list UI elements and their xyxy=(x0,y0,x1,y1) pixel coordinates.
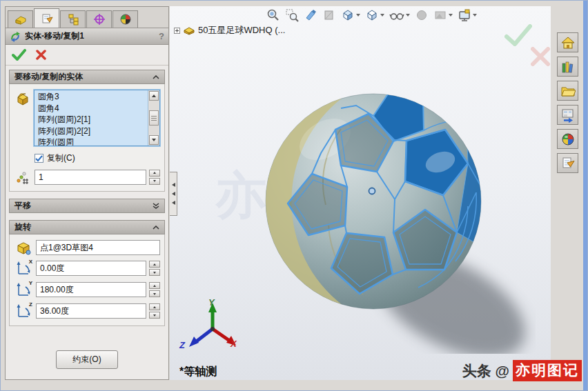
triad-y-label: Y xyxy=(208,297,215,308)
list-item[interactable]: 圆角4 xyxy=(38,103,148,114)
spin-up-button[interactable] xyxy=(149,170,160,177)
confirm-row xyxy=(6,45,168,66)
task-pane-appearances-button[interactable] xyxy=(557,129,578,149)
list-item[interactable]: 阵列(圆周 xyxy=(38,137,148,146)
collapse-chevron-icon xyxy=(153,75,159,79)
cancel-button[interactable] xyxy=(36,50,46,60)
group-header-bodies-label: 要移动/复制的实体 xyxy=(14,71,83,83)
feature-tree-root-label[interactable]: 50五星足球WDHQ (... xyxy=(198,24,285,37)
group-body-rotate: X Y xyxy=(9,234,165,326)
folder-icon xyxy=(560,83,576,99)
panel-splitter-handle[interactable] xyxy=(170,172,177,216)
group-header-rotate-label: 旋转 xyxy=(14,221,31,233)
rotate-x-label: X xyxy=(29,259,32,265)
view-orientation-icon[interactable] xyxy=(341,8,360,23)
design-library-icon xyxy=(560,59,576,74)
copy-checkbox-label: 复制(C) xyxy=(47,152,75,164)
rotate-y-icon: Y xyxy=(14,281,33,298)
rotation-point-icon xyxy=(14,240,33,255)
copy-checkbox[interactable] xyxy=(35,154,43,163)
tab-propertymanager[interactable] xyxy=(34,8,59,28)
list-item[interactable]: 阵列(圆周)2[1] xyxy=(38,114,148,126)
rotate-x-icon: X xyxy=(14,260,33,277)
featuremanager-icon xyxy=(14,13,27,26)
task-pane-view-palette-button[interactable] xyxy=(557,105,578,125)
previous-view-icon[interactable] xyxy=(304,8,317,23)
home-icon xyxy=(560,35,576,50)
spin-down-button[interactable] xyxy=(149,178,160,185)
confirmation-corner-cancel-icon[interactable] xyxy=(530,46,551,67)
constrain-button[interactable]: 约束(O) xyxy=(56,350,118,369)
panel-body: 要移动/复制的实体 xyxy=(6,66,168,379)
rotation-point-input[interactable] xyxy=(36,240,160,255)
task-pane-file-explorer-button[interactable] xyxy=(557,81,578,101)
soccer-ball-model[interactable] xyxy=(259,81,536,357)
feature-tree-root: 50五星足球WDHQ (... xyxy=(174,24,285,37)
task-pane-custom-properties-button[interactable] xyxy=(557,153,578,173)
rotate-z-input[interactable] xyxy=(36,303,146,319)
spin-up-button[interactable] xyxy=(149,282,160,289)
property-manager-titlebar: 实体-移动/复制1 ? xyxy=(6,28,168,45)
display-style-icon[interactable] xyxy=(365,8,384,23)
number-of-copies-icon xyxy=(14,169,32,185)
scroll-down-button[interactable] xyxy=(149,135,159,145)
section-view-icon[interactable] xyxy=(322,8,336,23)
ok-button[interactable] xyxy=(12,49,26,61)
brand-highlight: 亦明图记 xyxy=(513,360,582,381)
view-palette-icon xyxy=(560,108,576,123)
confirmation-corner-ok-icon[interactable] xyxy=(504,24,533,46)
spin-up-button[interactable] xyxy=(149,261,160,268)
scroll-up-button[interactable] xyxy=(149,91,159,101)
zoom-to-fit-icon[interactable] xyxy=(266,8,280,23)
part-document-icon xyxy=(184,26,195,35)
move-copy-body-icon xyxy=(10,31,21,42)
dropdown-caret-icon[interactable] xyxy=(473,14,477,17)
list-item[interactable]: 圆角3 xyxy=(38,91,148,103)
task-pane-design-library-button[interactable] xyxy=(557,57,578,77)
solidworks-window: 实体-移动/复制1 ? 要移动/复制的实体 xyxy=(0,0,588,391)
zoom-to-area-icon[interactable] xyxy=(285,8,299,23)
list-item[interactable]: 阵列(圆周)2[2] xyxy=(38,126,148,137)
rotate-z-label: Z xyxy=(29,301,32,308)
group-header-translate[interactable]: 平移 xyxy=(9,199,165,213)
rotate-x-input[interactable] xyxy=(36,261,146,276)
rotate-y-input[interactable] xyxy=(36,282,146,297)
tab-dimxpertmanager[interactable] xyxy=(86,10,112,28)
scroll-thumb[interactable] xyxy=(149,110,159,126)
tab-displaymanager[interactable] xyxy=(112,10,138,28)
graphics-viewport[interactable]: 50五星足球WDHQ (... 亦 xyxy=(170,6,551,380)
dropdown-caret-icon[interactable] xyxy=(356,14,360,17)
spin-down-button[interactable] xyxy=(149,269,160,276)
spin-down-button[interactable] xyxy=(149,290,160,297)
hide-show-items-icon[interactable] xyxy=(389,8,410,23)
tab-featuremanager[interactable] xyxy=(8,10,33,28)
tree-expand-icon[interactable] xyxy=(174,28,180,34)
dropdown-caret-icon[interactable] xyxy=(380,14,384,17)
dropdown-caret-icon[interactable] xyxy=(406,14,410,17)
spin-down-button[interactable] xyxy=(149,312,160,319)
dimxpertmanager-icon xyxy=(93,13,106,26)
apply-scene-icon xyxy=(433,8,453,23)
edit-appearance-icon xyxy=(415,8,429,23)
triad-z-label: Z xyxy=(179,340,185,350)
tab-configurationmanager[interactable] xyxy=(60,10,86,28)
listbox-scrollbar[interactable] xyxy=(148,90,159,146)
help-button[interactable]: ? xyxy=(159,31,164,41)
dropdown-caret-icon[interactable] xyxy=(449,14,453,17)
checkmark-icon xyxy=(35,155,43,162)
sketch-point[interactable] xyxy=(369,188,375,194)
configurationmanager-icon xyxy=(67,13,79,26)
task-pane-home-button[interactable] xyxy=(557,32,578,52)
viewport-watermark: 亦 xyxy=(215,162,266,231)
view-settings-icon[interactable] xyxy=(458,8,477,23)
reference-triad: Y Z X xyxy=(181,300,247,358)
appearances-sphere-icon xyxy=(560,132,576,147)
displaymanager-icon xyxy=(119,13,132,26)
spin-up-button[interactable] xyxy=(149,303,160,310)
bodies-listbox[interactable]: 圆角3 圆角4 阵列(圆周)2[1] 阵列(圆周)2[2] 阵列(圆周 xyxy=(34,90,160,146)
group-header-rotate[interactable]: 旋转 xyxy=(9,220,165,234)
group-header-bodies[interactable]: 要移动/复制的实体 xyxy=(9,70,165,84)
propertymanager-icon xyxy=(41,12,53,25)
heads-up-toolbar xyxy=(266,8,477,23)
copies-input[interactable] xyxy=(35,170,146,185)
